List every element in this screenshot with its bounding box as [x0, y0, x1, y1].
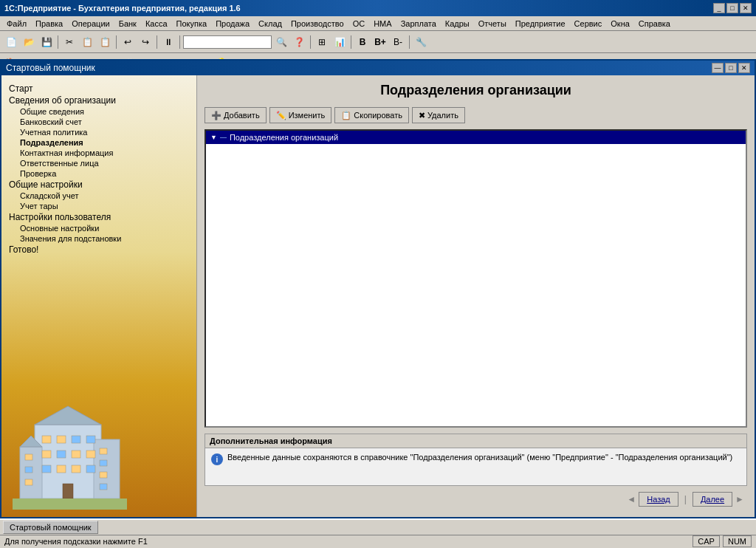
nav-divisions[interactable]: Подразделения — [9, 137, 189, 148]
delete-button[interactable]: ✖ Удалить — [412, 107, 465, 123]
info-body: i Введенные данные сохраняются в справоч… — [205, 448, 746, 485]
nav-stock[interactable]: Складской учет — [9, 191, 189, 201]
info-section: Дополнительная информация i Введенные да… — [205, 434, 747, 486]
back-button[interactable]: Назад — [639, 492, 678, 507]
edit-button[interactable]: ✏️ Изменить — [269, 107, 332, 123]
close-button[interactable]: ✕ — [740, 3, 752, 13]
taskbar-wizard-item[interactable]: Стартовый помощник — [3, 521, 98, 534]
nav-responsible[interactable]: Ответственные лица — [9, 158, 189, 168]
sep2 — [116, 35, 117, 49]
nav-user-settings[interactable]: Настройки пользователя — [9, 211, 189, 223]
find-btn[interactable]: 🔍 — [273, 34, 289, 50]
tree-expand-icon2: — — [220, 134, 227, 141]
menu-item-[interactable]: Покупка — [173, 18, 211, 29]
nav-policy[interactable]: Учетная политика — [9, 127, 189, 137]
menu-item-[interactable]: Сервис — [571, 18, 606, 29]
nav-tara[interactable]: Учет тары — [9, 201, 189, 211]
num-label: NUM — [728, 537, 746, 546]
cap-panel: CAP — [693, 535, 720, 547]
back-label: Назад — [647, 495, 670, 504]
redo-btn[interactable]: ↪ — [137, 34, 154, 50]
nav-done[interactable]: Готово! — [9, 244, 189, 256]
svg-rect-6 — [42, 436, 51, 443]
info-header: Дополнительная информация — [205, 434, 746, 448]
wizard-title-buttons: — □ ✕ — [712, 63, 750, 73]
cap-label: CAP — [698, 537, 715, 546]
wizard-title: Стартовый помощник — [6, 63, 95, 73]
svg-rect-17 — [86, 465, 95, 473]
taskbar: Стартовый помощник Для получения подсказ… — [0, 518, 756, 548]
menu-item-[interactable]: Файл — [3, 18, 30, 29]
svg-rect-23 — [100, 448, 107, 454]
menu-item-[interactable]: Кадры — [441, 18, 473, 29]
nav-substitution[interactable]: Значения для подстановки — [9, 233, 189, 244]
tree-header[interactable]: ▼ — Подразделения организаций — [206, 131, 746, 144]
add-label: Добавить — [224, 111, 260, 120]
add-button[interactable]: ➕ Добавить — [205, 107, 267, 123]
right-panel: Подразделения организации ➕ Добавить ✏️ … — [197, 75, 755, 517]
next-button[interactable]: Далее — [693, 492, 732, 507]
status-panels: CAP NUM — [693, 535, 752, 547]
wizard-minimize-btn[interactable]: — — [712, 63, 724, 73]
new-btn[interactable]: 📄 — [3, 34, 19, 50]
nav-bank[interactable]: Банковский счет — [9, 117, 189, 127]
search-input[interactable] — [183, 35, 272, 49]
help-btn[interactable]: ❓ — [291, 34, 307, 50]
menu-item-[interactable]: Касса — [142, 18, 171, 29]
grid-btn[interactable]: ⊞ — [314, 34, 330, 50]
copy-button[interactable]: 📋 Скопировать — [334, 107, 409, 123]
menu-item-[interactable]: Зарплата — [397, 18, 440, 29]
menu-item-[interactable]: Предприятие — [512, 18, 569, 29]
nav-org-info[interactable]: Сведения об организации — [9, 95, 189, 106]
menu-item-[interactable]: Отчеты — [475, 18, 510, 29]
wizard-restore-btn[interactable]: □ — [725, 63, 737, 73]
svg-marker-4 — [35, 406, 101, 425]
copy-icon: 📋 — [341, 111, 351, 120]
cut-btn[interactable]: ✂ — [61, 34, 78, 50]
nav-start[interactable]: Старт — [9, 83, 189, 95]
maximize-button[interactable]: □ — [726, 3, 738, 13]
menu-item-[interactable]: Банк — [115, 18, 140, 29]
sep7 — [409, 35, 410, 49]
menu-item-[interactable]: Склад — [255, 18, 286, 29]
menu-item-[interactable]: Справка — [635, 18, 674, 29]
add-icon: ➕ — [211, 111, 221, 120]
nobold-btn[interactable]: B- — [390, 34, 406, 50]
pause-btn[interactable]: ⏸ — [160, 34, 176, 50]
chart-btn[interactable]: 📊 — [331, 34, 348, 50]
menu-item-[interactable]: ОС — [349, 18, 369, 29]
menu-item-[interactable]: Производство — [287, 18, 348, 29]
undo-btn[interactable]: ↩ — [120, 34, 136, 50]
nav-common[interactable]: Общие настройки — [9, 179, 189, 191]
menu-item-[interactable]: Правка — [32, 18, 66, 29]
title-bar-buttons: _ □ ✕ — [713, 3, 752, 13]
back-arrow-icon: ◄ — [627, 494, 636, 504]
save-btn[interactable]: 💾 — [38, 34, 55, 50]
taskbar-wizard-label: Стартовый помощник — [10, 523, 92, 532]
menu-item-[interactable]: Операции — [68, 18, 113, 29]
nav-contacts[interactable]: Контактная информация — [9, 148, 189, 158]
svg-rect-15 — [57, 465, 66, 473]
settings-btn[interactable]: 🔧 — [413, 34, 429, 50]
copy-label: Скопировать — [354, 111, 402, 120]
nav-general[interactable]: Общие сведения — [9, 106, 189, 117]
paste-btn[interactable]: 📋 — [97, 34, 113, 50]
bold-btn[interactable]: B — [354, 34, 371, 50]
menu-item-[interactable]: Продажа — [212, 18, 253, 29]
nav-main-settings[interactable]: Основные настройки — [9, 223, 189, 233]
svg-rect-21 — [25, 467, 32, 473]
menu-item-[interactable]: НМА — [370, 18, 395, 29]
copy-btn[interactable]: 📋 — [79, 34, 95, 50]
bold2-btn[interactable]: B+ — [372, 34, 388, 50]
svg-rect-9 — [86, 436, 95, 443]
menu-item-[interactable]: Окна — [607, 18, 633, 29]
tree-expand-icon: ▼ — [210, 134, 217, 141]
nav-check[interactable]: Проверка — [9, 168, 189, 179]
svg-rect-25 — [100, 472, 107, 478]
taskbar-top: Стартовый помощник — [0, 520, 756, 535]
open-btn[interactable]: 📂 — [21, 34, 37, 50]
minimize-button[interactable]: _ — [713, 3, 725, 13]
svg-rect-26 — [100, 484, 107, 490]
sep5 — [310, 35, 311, 49]
wizard-close-btn[interactable]: ✕ — [738, 63, 750, 73]
